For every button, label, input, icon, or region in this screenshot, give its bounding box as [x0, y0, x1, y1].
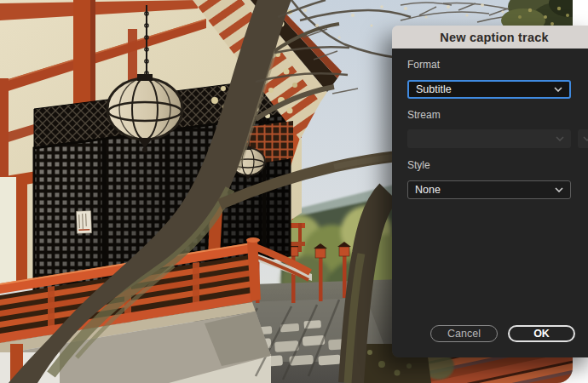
stream-secondary-select-cutoff[interactable]: [578, 129, 588, 148]
format-label: Format: [407, 59, 440, 71]
style-select[interactable]: None: [407, 180, 571, 199]
cancel-button[interactable]: Cancel: [430, 325, 498, 342]
dialog-titlebar[interactable]: New caption track: [392, 26, 588, 49]
paper-sign: [77, 211, 92, 234]
chevron-down-icon: [583, 136, 588, 141]
stream-label: Stream: [407, 109, 441, 121]
chevron-down-icon: [554, 87, 562, 92]
dialog-body: Format Subtitle Stream Style: [392, 49, 588, 357]
ok-button[interactable]: OK: [508, 325, 575, 342]
format-select[interactable]: Subtitle: [407, 80, 571, 99]
new-caption-track-dialog: New caption track Format Subtitle Stream: [392, 26, 588, 357]
format-select-value: Subtitle: [416, 83, 452, 95]
style-label: Style: [407, 159, 430, 171]
dialog-title: New caption track: [440, 31, 549, 44]
chevron-down-icon: [556, 136, 564, 141]
screen: New caption track Format Subtitle Stream: [0, 0, 588, 383]
chevron-down-icon: [555, 187, 563, 192]
stream-select[interactable]: [407, 129, 571, 148]
style-select-value: None: [415, 184, 441, 196]
